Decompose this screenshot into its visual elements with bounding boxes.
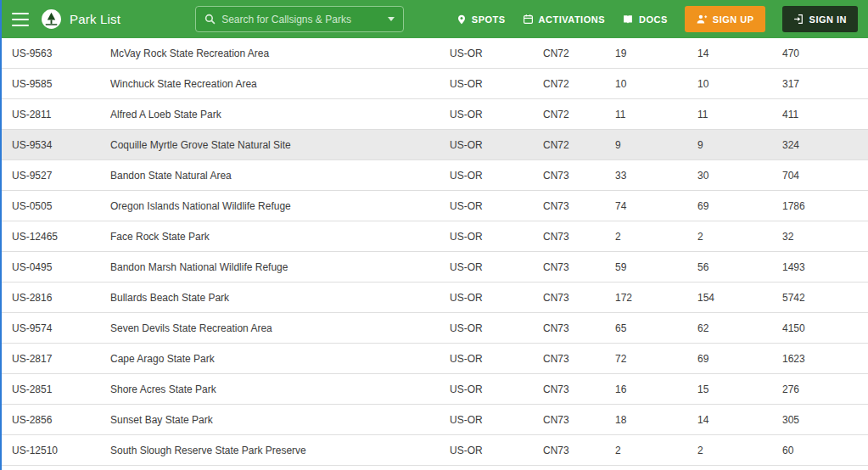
table-row[interactable]: US-2816 Bullards Beach State Park US-OR … bbox=[0, 283, 868, 313]
park-attempts-cell: 74 bbox=[615, 200, 697, 212]
park-attempts-cell: 33 bbox=[615, 170, 697, 182]
park-activations-cell: 14 bbox=[697, 48, 782, 59]
park-activations-cell: 154 bbox=[697, 292, 782, 304]
sign-in-button[interactable]: SIGN IN bbox=[782, 6, 858, 32]
nav-activations[interactable]: ACTIVATIONS bbox=[523, 14, 605, 25]
table-row[interactable]: US-2811 Alfred A Loeb State Park US-OR C… bbox=[0, 99, 868, 130]
table-row[interactable]: US-9574 Seven Devils State Recreation Ar… bbox=[0, 313, 868, 344]
park-activations-cell: 9 bbox=[697, 139, 782, 151]
table-row[interactable]: US-0495 Bandon Marsh National Wildlife R… bbox=[0, 252, 868, 283]
park-attempts-cell: 65 bbox=[615, 322, 697, 334]
park-qsos-cell: 324 bbox=[782, 139, 868, 151]
park-reference-cell[interactable]: US-9534 bbox=[12, 139, 110, 151]
park-reference-cell[interactable]: US-2816 bbox=[12, 292, 110, 304]
chevron-down-icon[interactable] bbox=[388, 17, 395, 21]
park-grid-cell: CN73 bbox=[543, 200, 615, 212]
pota-logo[interactable] bbox=[41, 8, 62, 30]
park-reference-cell[interactable]: US-12510 bbox=[12, 445, 110, 456]
sign-up-button[interactable]: SIGN UP bbox=[685, 6, 765, 32]
sign-up-label: SIGN UP bbox=[713, 14, 754, 25]
table-row[interactable]: US-12510 South Slough Reserve State Park… bbox=[0, 435, 868, 466]
park-reference-cell[interactable]: US-9527 bbox=[12, 170, 110, 182]
table-row[interactable]: US-2856 Sunset Bay State Park US-OR CN73… bbox=[0, 405, 868, 435]
park-location-cell: US-OR bbox=[450, 261, 543, 273]
menu-icon[interactable] bbox=[12, 13, 29, 26]
park-location-cell: US-OR bbox=[450, 322, 543, 334]
table-row[interactable]: US-0505 Oregon Islands National Wildlife… bbox=[0, 191, 868, 221]
map-pin-icon bbox=[456, 14, 467, 25]
park-reference-cell[interactable]: US-0495 bbox=[12, 261, 110, 273]
table-row[interactable]: US-12465 Face Rock State Park US-OR CN73… bbox=[0, 221, 868, 252]
park-qsos-cell: 5742 bbox=[782, 292, 868, 304]
nav-spots[interactable]: SPOTS bbox=[456, 14, 506, 25]
park-name-cell: Winchuck State Recreation Area bbox=[110, 78, 450, 90]
search-input[interactable] bbox=[221, 14, 382, 25]
table-row[interactable]: US-2817 Cape Arago State Park US-OR CN73… bbox=[0, 344, 868, 374]
park-qsos-cell: 32 bbox=[782, 231, 868, 243]
park-qsos-cell: 1493 bbox=[782, 261, 868, 273]
park-name-cell: South Slough Reserve State Park Preserve bbox=[110, 445, 450, 456]
search-box[interactable] bbox=[195, 6, 404, 32]
table-row[interactable]: US-2851 Shore Acres State Park US-OR CN7… bbox=[0, 374, 868, 405]
park-location-cell: US-OR bbox=[450, 200, 543, 212]
park-reference-cell[interactable]: US-0505 bbox=[12, 200, 110, 212]
sign-in-icon bbox=[793, 14, 804, 25]
park-name-cell: Bandon State Natural Area bbox=[110, 170, 450, 182]
park-qsos-cell: 704 bbox=[782, 170, 868, 182]
park-table: US-9563 McVay Rock State Recreation Area… bbox=[0, 38, 868, 466]
park-location-cell: US-OR bbox=[450, 231, 543, 243]
park-activations-cell: 15 bbox=[697, 383, 782, 395]
search-icon bbox=[204, 14, 216, 25]
park-reference-cell[interactable]: US-9585 bbox=[12, 78, 110, 90]
park-reference-cell[interactable]: US-12465 bbox=[12, 231, 110, 243]
nav-spots-label: SPOTS bbox=[472, 14, 506, 25]
park-name-cell: Bullards Beach State Park bbox=[110, 292, 450, 304]
park-grid-cell: CN73 bbox=[543, 414, 615, 426]
park-grid-cell: CN73 bbox=[543, 353, 615, 365]
park-name-cell: Oregon Islands National Wildlife Refuge bbox=[110, 200, 450, 212]
top-navbar: Park List SPOTS bbox=[0, 0, 868, 38]
table-row[interactable]: US-9534 Coquille Myrtle Grove State Natu… bbox=[0, 130, 868, 160]
park-qsos-cell: 411 bbox=[782, 109, 868, 120]
park-location-cell: US-OR bbox=[450, 78, 543, 90]
park-grid-cell: CN73 bbox=[543, 231, 615, 243]
park-table-body: US-9563 McVay Rock State Recreation Area… bbox=[0, 38, 868, 466]
park-reference-cell[interactable]: US-9574 bbox=[12, 322, 110, 334]
park-reference-cell[interactable]: US-9563 bbox=[12, 48, 110, 59]
park-name-cell: Seven Devils State Recreation Area bbox=[110, 322, 450, 334]
nav-activations-label: ACTIVATIONS bbox=[539, 14, 605, 25]
park-name-cell: Bandon Marsh National Wildlife Refuge bbox=[110, 261, 450, 273]
park-activations-cell: 69 bbox=[697, 200, 782, 212]
park-activations-cell: 2 bbox=[697, 231, 782, 243]
sign-in-label: SIGN IN bbox=[809, 14, 847, 25]
park-location-cell: US-OR bbox=[450, 48, 543, 59]
park-attempts-cell: 59 bbox=[615, 261, 697, 273]
table-row[interactable]: US-9585 Winchuck State Recreation Area U… bbox=[0, 69, 868, 99]
table-row[interactable]: US-9527 Bandon State Natural Area US-OR … bbox=[0, 160, 868, 191]
park-grid-cell: CN73 bbox=[543, 261, 615, 273]
table-row[interactable]: US-9563 McVay Rock State Recreation Area… bbox=[0, 38, 868, 69]
park-qsos-cell: 4150 bbox=[782, 322, 868, 334]
park-attempts-cell: 16 bbox=[615, 383, 697, 395]
park-reference-cell[interactable]: US-2817 bbox=[12, 353, 110, 365]
window-edge bbox=[0, 0, 2, 470]
app-window: Park List SPOTS bbox=[0, 0, 868, 470]
park-reference-cell[interactable]: US-2811 bbox=[12, 109, 110, 120]
park-activations-cell: 56 bbox=[697, 261, 782, 273]
nav-docs-label: DOCS bbox=[639, 14, 668, 25]
park-activations-cell: 69 bbox=[697, 353, 782, 365]
park-activations-cell: 14 bbox=[697, 414, 782, 426]
park-qsos-cell: 470 bbox=[782, 48, 868, 59]
book-icon bbox=[622, 14, 634, 25]
park-attempts-cell: 11 bbox=[615, 109, 697, 120]
park-grid-cell: CN73 bbox=[543, 292, 615, 304]
park-qsos-cell: 1623 bbox=[782, 353, 868, 365]
park-attempts-cell: 10 bbox=[615, 78, 697, 90]
park-reference-cell[interactable]: US-2856 bbox=[12, 414, 110, 426]
park-attempts-cell: 2 bbox=[615, 445, 697, 456]
park-activations-cell: 62 bbox=[697, 322, 782, 334]
nav-docs[interactable]: DOCS bbox=[622, 14, 668, 25]
park-reference-cell[interactable]: US-2851 bbox=[12, 383, 110, 395]
page-title: Park List bbox=[70, 12, 120, 26]
park-location-cell: US-OR bbox=[450, 445, 543, 456]
